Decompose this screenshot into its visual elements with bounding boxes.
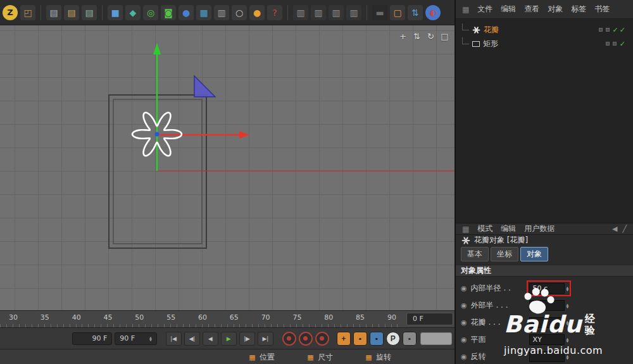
am-menu-mode[interactable]: 模式 (477, 223, 492, 234)
size-grid-icon: ▦ (306, 353, 315, 361)
sun-light-icon[interactable]: ● (249, 5, 265, 20)
rotate-view-icon[interactable]: ↻ (426, 32, 436, 41)
key-pla-button[interactable]: ▪ (403, 332, 417, 346)
om-menu-tags[interactable]: 标签 (571, 4, 586, 15)
goto-end-button[interactable]: ▶| (258, 332, 273, 346)
tab-basic[interactable]: 基本 (461, 247, 489, 261)
value-field[interactable]: 50 c (529, 283, 565, 294)
value-field[interactable] (529, 300, 565, 311)
spline-pen-icon[interactable]: ◆ (125, 5, 141, 20)
spinner-arrows-icon[interactable]: ▲▼ (567, 355, 569, 360)
add-cube-icon[interactable]: ■ (108, 5, 123, 20)
keyframe-radio-icon[interactable]: ◉ (461, 301, 467, 310)
om-menu-view[interactable]: 查看 (524, 4, 539, 15)
spinner-arrows-icon[interactable]: ▲▼ (567, 286, 569, 291)
am-lock-icon[interactable]: ╱ (622, 225, 627, 233)
panel-grip-icon[interactable]: ▦ (462, 225, 469, 234)
material-spheres-icon[interactable]: ◐ (425, 5, 441, 20)
value-field[interactable] (529, 351, 565, 362)
snap-toggle-icon[interactable]: ▥ (293, 5, 308, 20)
panel-grip-icon[interactable]: ▦ (462, 5, 469, 14)
spinner-arrows-icon[interactable]: ▲▼ (567, 320, 569, 325)
key-scale-button[interactable]: ▪ (353, 332, 367, 346)
render-toggle-icon[interactable] (613, 42, 617, 46)
keyframe-radio-icon[interactable]: ◉ (461, 318, 467, 327)
keyframe-radio-icon[interactable]: ◉ (461, 284, 467, 292)
spinner-arrows-icon[interactable]: ▲▼ (149, 336, 152, 341)
visibility-toggle-icon[interactable] (599, 28, 603, 32)
keyframe-selection-field[interactable] (420, 332, 452, 345)
keyframe-radio-icon[interactable]: ◉ (461, 353, 467, 361)
keyframe-selection-button[interactable] (315, 332, 329, 346)
frame-number: 80 (324, 313, 333, 322)
toolbar-group-misc: ▬▢⇅◐ (372, 5, 441, 20)
timeline-ruler[interactable]: 30354045505560657075808590 0 F (0, 310, 454, 327)
key-parameter-button[interactable]: P (386, 332, 400, 346)
play-button[interactable]: ▶ (221, 332, 237, 346)
om-menu-bookmarks[interactable]: 书签 (594, 4, 610, 15)
toggle-view-icon[interactable]: □ (440, 32, 449, 41)
om-menu-file[interactable]: 文件 (477, 4, 492, 15)
camera-icon[interactable]: ▥ (214, 5, 229, 20)
viewport[interactable]: +⇅↻□ (0, 25, 454, 310)
value-field[interactable]: XY (529, 334, 565, 345)
prev-frame-button[interactable]: ◀ (203, 332, 218, 346)
render-settings-icon[interactable]: ▤ (82, 5, 97, 20)
environment-icon[interactable]: ▦ (196, 5, 211, 20)
zoom-view-icon[interactable]: ⇅ (412, 32, 422, 41)
enabled-check-icon[interactable]: ✓✓ (613, 26, 627, 34)
help-icon[interactable]: ? (267, 5, 282, 20)
interactive-render-region-icon[interactable]: ▢ (390, 5, 405, 20)
pan-view-icon[interactable]: + (398, 32, 408, 41)
end-frame-field[interactable]: 90 F ▲▼ (115, 332, 156, 345)
key-rotation-button[interactable]: ▪ (370, 332, 384, 346)
record-keyframe-button[interactable] (282, 332, 296, 346)
object-center-dot[interactable] (155, 132, 160, 137)
grid-toggle-icon[interactable]: ▥ (346, 5, 361, 20)
value-field[interactable] (529, 317, 565, 328)
object-label: 矩形 (483, 39, 498, 49)
undo-icon[interactable]: Z (3, 5, 18, 20)
render-picture-viewer-icon[interactable]: ▤ (64, 5, 79, 20)
prev-key-button[interactable]: ◀| (184, 332, 200, 346)
visibility-toggle-icon[interactable] (606, 42, 610, 46)
workplane-toggle-icon[interactable]: ▥ (311, 5, 326, 20)
am-menu-edit[interactable]: 编辑 (501, 223, 516, 234)
frame-number: 55 (166, 313, 175, 322)
axis-toggle-icon[interactable]: ▥ (329, 5, 344, 20)
am-history-back-icon[interactable]: ◀ (612, 225, 617, 233)
object-row-flower[interactable]: 花瓣 ✓✓ (456, 23, 633, 37)
autokey-button[interactable] (299, 332, 313, 346)
toolbar-group-create: ■◆◎◙●▦▥○●? (108, 5, 282, 20)
value-wrap: XY ▲▼ (528, 333, 570, 346)
next-key-button[interactable]: |▶ (239, 332, 255, 346)
am-menu-user-data[interactable]: 用户数据 (524, 223, 555, 234)
viewport-screen-icon[interactable]: ▬ (372, 5, 387, 20)
keyframe-radio-icon[interactable]: ◉ (461, 336, 467, 344)
tab-coord[interactable]: 坐标 (491, 247, 518, 261)
current-frame-field[interactable]: 0 F (406, 313, 453, 325)
key-position-button[interactable]: + (337, 332, 351, 346)
enabled-check-icon[interactable]: ✓ (620, 40, 627, 48)
render-view-icon[interactable]: ▤ (46, 5, 61, 20)
spinner-arrows-icon[interactable]: ▲▼ (567, 303, 569, 308)
object-toggles: ✓ (606, 40, 627, 48)
om-menu-edit[interactable]: 编辑 (501, 4, 516, 15)
render-toggle-icon[interactable] (606, 28, 610, 32)
om-menu-object[interactable]: 对象 (548, 4, 563, 15)
tab-object[interactable]: 对象 (520, 247, 548, 261)
goto-start-button[interactable]: |◀ (166, 332, 182, 346)
start-frame-field[interactable]: 90 F (72, 332, 112, 345)
generators-icon[interactable]: ◎ (143, 5, 158, 20)
modeling-icon[interactable]: ◙ (161, 5, 176, 20)
spinner-arrows-icon[interactable]: ▲▼ (567, 337, 569, 342)
object-row-rectangle[interactable]: 矩形 ✓ (456, 37, 633, 51)
coordinate-system-icon[interactable]: ◰ (20, 5, 35, 20)
x-axis-arrowhead[interactable] (239, 131, 249, 139)
record-buttons (282, 332, 329, 346)
light-icon[interactable]: ○ (232, 5, 247, 20)
value-wrap: ▲▼ (528, 350, 570, 363)
deformers-icon[interactable]: ● (179, 5, 194, 20)
y-axis-arrowhead[interactable] (153, 43, 161, 54)
exchange-icon[interactable]: ⇅ (408, 5, 423, 20)
